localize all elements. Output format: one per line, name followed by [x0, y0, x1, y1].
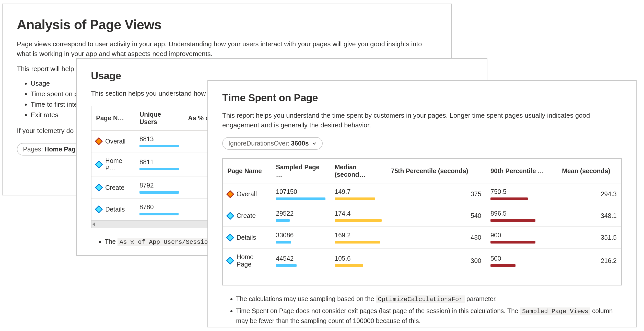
value-bar — [335, 219, 382, 222]
column-header-p75[interactable]: 75th Percentile (seconds) — [386, 159, 486, 183]
table-row[interactable]: Home Page44542105.6300500216.2 — [223, 249, 621, 273]
chevron-down-icon — [312, 141, 317, 146]
value-text: 480 — [471, 234, 481, 241]
value-bar — [490, 241, 535, 244]
value-text: 375 — [471, 190, 481, 198]
value-bar — [490, 219, 535, 222]
ignore-durations-chip[interactable]: IgnoreDurationsOver: 3600s — [222, 137, 323, 150]
code-snippet: Sampled Page Views — [520, 307, 590, 315]
code-snippet: OptimizeCalculationsFor — [376, 295, 465, 303]
cell-p90: 900 — [486, 227, 557, 248]
cell-page-name: Create — [223, 205, 271, 226]
chip-value: 3600s — [291, 140, 309, 147]
page-name-text: Details — [105, 206, 125, 213]
cell-p90: 500 — [486, 249, 557, 273]
cell-unique-users: 8811 — [135, 152, 183, 176]
value-text: 500 — [490, 255, 553, 262]
cell-page-name: Create — [91, 177, 135, 198]
cell-mean: 348.1 — [557, 205, 621, 226]
cell-sampled: 33086 — [271, 227, 330, 248]
column-header-mean[interactable]: Mean (seconds) — [557, 159, 621, 183]
value-text: 169.2 — [335, 231, 382, 239]
cell-sampled: 29522 — [271, 205, 330, 226]
list-item: The calculations may use sampling based … — [236, 294, 622, 304]
series-marker-icon — [95, 160, 103, 168]
time-intro: This report helps you understand the tim… — [222, 111, 622, 130]
value-text: 8780 — [139, 203, 179, 211]
value-text: 174.4 — [335, 210, 382, 217]
page-title: Analysis of Page Views — [17, 17, 437, 32]
column-header-unique-users[interactable]: Unique Users — [135, 106, 183, 130]
value-text: 149.7 — [335, 188, 382, 195]
cell-page-name: Home P… — [91, 152, 135, 176]
cell-p90: 750.5 — [486, 183, 557, 205]
value-text: 33086 — [276, 231, 325, 239]
series-marker-icon — [95, 205, 103, 213]
chip-label: IgnoreDurationsOver: — [228, 140, 289, 147]
value-text: 900 — [490, 231, 553, 239]
series-marker-icon — [226, 212, 234, 220]
cell-p75: 300 — [386, 249, 486, 273]
value-bar — [490, 264, 516, 267]
page-name-text: Overall — [105, 138, 125, 145]
list-item: Time Spent on Page does not consider exi… — [236, 306, 622, 325]
series-marker-icon — [95, 137, 103, 145]
table-row[interactable]: Details33086169.2480900351.5 — [223, 227, 621, 249]
cell-page-name: Home Page — [223, 249, 271, 273]
analysis-intro-1: Page views correspond to user activity i… — [17, 39, 437, 59]
table-row[interactable]: Overall107150149.7375750.5294.3 — [223, 183, 621, 205]
cell-page-name: Details — [91, 199, 135, 220]
value-bar — [276, 197, 325, 200]
cell-median: 149.7 — [330, 183, 386, 205]
page-name-text: Home Page — [237, 253, 267, 268]
cell-mean: 351.5 — [557, 227, 621, 248]
cell-page-name: Details — [223, 227, 271, 248]
page-name-text: Create — [105, 184, 124, 191]
series-marker-icon — [226, 190, 234, 198]
value-bar — [139, 145, 179, 147]
series-marker-icon — [226, 257, 234, 265]
value-bar — [139, 213, 179, 215]
value-text: 105.6 — [335, 255, 382, 262]
cell-mean: 294.3 — [557, 183, 621, 205]
section-title-time-spent: Time Spent on Page — [222, 92, 622, 104]
column-header-sampled[interactable]: Sampled Page … — [271, 159, 330, 183]
cell-mean: 216.2 — [557, 249, 621, 273]
empty-row — [223, 273, 621, 285]
column-header-page-name[interactable]: Page N… — [91, 106, 135, 130]
value-bar — [276, 264, 297, 267]
table-row[interactable]: Create29522174.4540896.5348.1 — [223, 205, 621, 227]
cell-sampled: 44542 — [271, 249, 330, 273]
cell-p75: 480 — [386, 227, 486, 248]
value-text: 294.3 — [601, 190, 617, 198]
section-title-usage: Usage — [91, 70, 473, 82]
page-name-text: Details — [237, 234, 256, 241]
column-header-median[interactable]: Median (second… — [330, 159, 386, 183]
value-bar — [490, 197, 528, 200]
time-notes: The calculations may use sampling based … — [222, 294, 622, 325]
series-marker-icon — [226, 234, 234, 241]
value-text: 351.5 — [601, 234, 617, 241]
value-bar — [139, 168, 179, 170]
value-bar — [335, 264, 363, 267]
value-text: 216.2 — [601, 257, 617, 264]
cell-unique-users: 8780 — [135, 199, 183, 220]
value-text: 300 — [471, 257, 481, 264]
panel-time-spent: Time Spent on Page This report helps you… — [207, 80, 637, 327]
column-header-p90[interactable]: 90th Percentile … — [486, 159, 557, 183]
chip-label: Pages: — [23, 146, 43, 153]
value-text: 107150 — [276, 188, 325, 195]
value-bar — [139, 191, 179, 194]
column-header-page-name[interactable]: Page Name — [223, 159, 271, 183]
value-text: 348.1 — [601, 212, 617, 219]
value-text: 44542 — [276, 255, 325, 262]
cell-unique-users: 8813 — [135, 131, 183, 152]
cell-p75: 375 — [386, 183, 486, 205]
value-text: 896.5 — [490, 210, 553, 217]
value-bar — [276, 241, 291, 244]
cell-unique-users: 8792 — [135, 177, 183, 198]
page-name-text: Overall — [237, 190, 257, 198]
series-marker-icon — [95, 184, 103, 192]
value-bar — [335, 241, 380, 244]
cell-median: 169.2 — [330, 227, 386, 248]
